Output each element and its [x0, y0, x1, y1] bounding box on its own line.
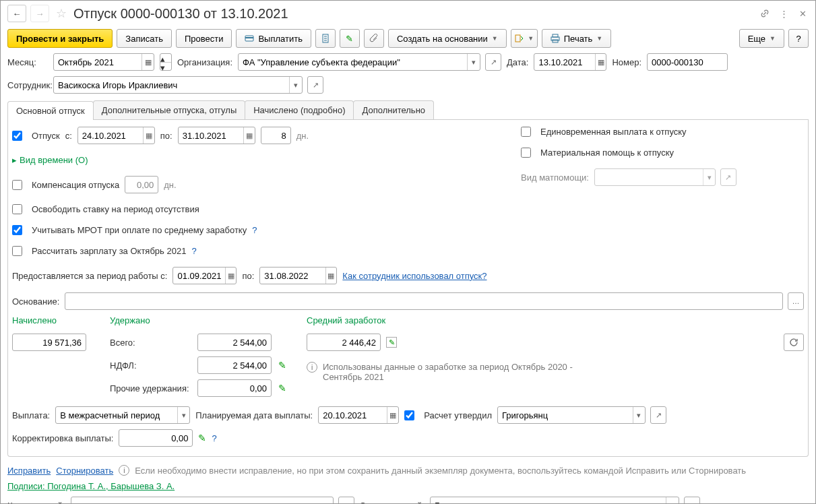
correction-edit-icon[interactable]: ✎: [198, 433, 206, 443]
basis-input[interactable]: [65, 293, 782, 309]
more-button[interactable]: Еще▼: [739, 29, 784, 48]
time-type-link[interactable]: ▸Вид времени (О): [12, 155, 88, 165]
month-up-icon[interactable]: ▴: [160, 54, 171, 62]
calc-salary-help-icon[interactable]: ?: [191, 246, 196, 256]
nav-back-button[interactable]: ←: [7, 5, 26, 22]
pay-button[interactable]: Выплатить: [236, 29, 311, 48]
tab-additional-vacation[interactable]: Дополнительные отпуска, отгулы: [93, 100, 246, 119]
other-edit-icon[interactable]: ✎: [278, 383, 286, 393]
mrot-help-icon[interactable]: ?: [252, 225, 257, 235]
mrot-checkbox[interactable]: [12, 225, 22, 235]
employee-input-wrap: ▾: [53, 76, 303, 94]
ndfl-input[interactable]: [198, 357, 271, 373]
org-open-icon[interactable]: ↗: [485, 53, 501, 71]
save-button[interactable]: Записать: [117, 29, 172, 48]
comp-days-label: дн.: [164, 180, 176, 190]
close-icon[interactable]: ✕: [796, 7, 809, 20]
total-label: Всего:: [110, 338, 191, 348]
other-withheld-input[interactable]: [198, 380, 271, 396]
period-to-calendar-icon[interactable]: ▦: [325, 267, 337, 284]
approved-checkbox[interactable]: [404, 410, 414, 420]
earnings-info-text: Использованы данные о заработке за перио…: [323, 362, 590, 382]
action-menu-button[interactable]: ▼: [511, 29, 538, 48]
from-date-input[interactable]: [78, 127, 143, 144]
tab-accrued-detail[interactable]: Начислено (подробно): [245, 100, 354, 119]
mrot-label: Учитывать МРОТ при оплате по среднему за…: [32, 225, 247, 235]
refresh-button[interactable]: [784, 334, 804, 351]
org-dropdown-icon[interactable]: ▾: [467, 54, 480, 70]
compensation-checkbox[interactable]: [12, 180, 22, 190]
accrued-input[interactable]: [13, 334, 86, 350]
approved-dropdown-icon[interactable]: ▾: [633, 407, 645, 423]
link-icon[interactable]: [759, 7, 771, 20]
usage-link[interactable]: Как сотрудник использовал отпуск?: [342, 271, 487, 281]
vacation-checkbox[interactable]: [12, 131, 22, 141]
create-based-button[interactable]: Создать на основании▼: [388, 29, 507, 48]
help-button[interactable]: ?: [788, 29, 809, 48]
compensation-input[interactable]: [125, 177, 158, 193]
plan-date-calendar-icon[interactable]: ▦: [387, 407, 398, 423]
total-input[interactable]: [198, 334, 271, 350]
to-calendar-icon[interactable]: ▦: [243, 127, 255, 144]
responsible-dropdown-icon[interactable]: ▾: [666, 497, 679, 504]
days-input[interactable]: [261, 127, 290, 144]
to-label: по:: [160, 131, 172, 141]
favorite-star-icon[interactable]: ☆: [56, 6, 67, 21]
lump-sum-checkbox[interactable]: [521, 127, 531, 137]
print-button[interactable]: Печать▼: [542, 29, 612, 48]
date-input-wrap: ▦: [534, 53, 606, 71]
correction-help-icon[interactable]: ?: [212, 433, 216, 443]
employee-dropdown-icon[interactable]: ▾: [289, 77, 302, 93]
avg-edit-icon[interactable]: ✎: [386, 337, 397, 348]
date-input[interactable]: [534, 54, 594, 70]
lump-sum-label: Единовременная выплата к отпуску: [540, 127, 687, 137]
create-based-label: Создать на основании: [397, 34, 488, 44]
avg-earnings-input[interactable]: [307, 334, 380, 350]
correction-input[interactable]: [119, 430, 192, 446]
reverse-link[interactable]: Сторнировать: [56, 466, 113, 476]
number-label: Номер:: [612, 57, 641, 67]
payment-label: Выплата:: [12, 410, 50, 420]
free-rate-checkbox[interactable]: [12, 204, 22, 214]
tab-additional[interactable]: Дополнительно: [353, 100, 434, 119]
employee-input[interactable]: [54, 77, 289, 93]
month-picker-icon[interactable]: ▦: [142, 54, 154, 70]
payment-input[interactable]: [56, 407, 177, 423]
payment-dropdown-icon[interactable]: ▾: [177, 407, 189, 423]
document-icon-button[interactable]: [315, 29, 336, 48]
plan-date-input[interactable]: [319, 407, 387, 423]
number-input[interactable]: [648, 54, 727, 70]
more-menu-icon[interactable]: ⋮: [778, 7, 790, 20]
responsible-open-icon[interactable]: ↗: [684, 497, 700, 504]
period-from-calendar-icon[interactable]: ▦: [225, 267, 236, 284]
period-from-input[interactable]: [173, 267, 225, 284]
post-and-close-button[interactable]: Провести и закрыть: [7, 29, 113, 48]
responsible-input[interactable]: [431, 497, 666, 504]
signatures-link[interactable]: Подписи: Погодина Т. А., Барышева З. А.: [7, 481, 175, 491]
calc-salary-checkbox[interactable]: [12, 246, 22, 256]
compensation-label: Компенсация отпуска: [32, 180, 119, 190]
comment-open-icon[interactable]: …: [338, 497, 354, 504]
tab-main-vacation[interactable]: Основной отпуск: [7, 101, 94, 120]
nav-forward-button[interactable]: →: [30, 5, 49, 22]
correct-link[interactable]: Исправить: [7, 466, 51, 476]
attachment-button[interactable]: [364, 29, 384, 48]
date-calendar-icon[interactable]: ▦: [595, 54, 606, 70]
number-input-wrap: [647, 53, 728, 71]
period-to-input[interactable]: [260, 267, 325, 284]
ndfl-edit-icon[interactable]: ✎: [278, 360, 286, 371]
footer-info-text: Если необходимо внести исправление, но п…: [135, 466, 746, 476]
basis-open-icon[interactable]: …: [788, 292, 804, 310]
employee-open-icon[interactable]: ↗: [307, 76, 323, 94]
edit-pencil-button[interactable]: ✎: [340, 29, 360, 48]
comment-input[interactable]: [71, 497, 333, 504]
month-down-icon[interactable]: ▾: [160, 62, 171, 70]
approved-by-input[interactable]: [498, 407, 633, 423]
post-button[interactable]: Провести: [176, 29, 232, 48]
from-calendar-icon[interactable]: ▦: [143, 127, 154, 144]
org-input[interactable]: [239, 54, 467, 70]
to-date-input[interactable]: [179, 127, 243, 144]
material-help-checkbox[interactable]: [521, 148, 531, 158]
month-input[interactable]: [54, 54, 142, 70]
approved-open-icon[interactable]: ↗: [650, 406, 666, 424]
